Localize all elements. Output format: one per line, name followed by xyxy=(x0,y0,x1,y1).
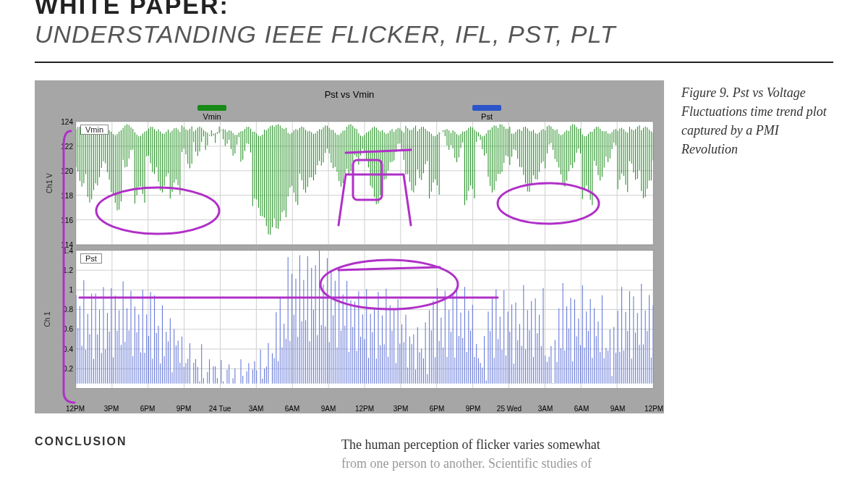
yaxis-ticks-vmin: 114116118120122124 xyxy=(51,122,75,245)
series-label-vmin: Vmin xyxy=(80,125,109,135)
plot-vmin: Ch1 V 114116118120122124 Vmin xyxy=(75,121,654,245)
page-subtitle: UNDERSTANDING IEEE FLICKER, IFL, PST, PL… xyxy=(35,20,833,49)
swatch-vmin-icon xyxy=(197,105,226,111)
body-paragraph: The human perception of flicker varies s… xyxy=(341,435,833,473)
chart-legend: Vmin Pst xyxy=(35,105,664,121)
body-line-1: The human perception of flicker varies s… xyxy=(341,437,600,452)
swatch-pst-icon xyxy=(472,105,501,111)
title-rule xyxy=(35,62,833,63)
series-label-pst: Pst xyxy=(80,253,102,264)
figure-caption: Figure 9. Pst vs Voltage Fluctuations ti… xyxy=(681,80,833,159)
legend-item-pst: Pst xyxy=(472,105,501,121)
conclusion-heading: CONCLUSION xyxy=(35,435,324,473)
body-line-2-cut: from one person to another. Scientific s… xyxy=(341,456,592,471)
legend-label-vmin: Vmin xyxy=(203,112,221,121)
plot-vmin-svg xyxy=(76,122,653,245)
legend-item-vmin: Vmin xyxy=(197,105,226,121)
chart-title: Pst vs Vmin xyxy=(35,89,664,100)
legend-label-pst: Pst xyxy=(481,112,493,121)
figure-chart-panel: Pst vs Vmin Vmin Pst Ch1 V 1141161181201… xyxy=(35,80,664,413)
yaxis-title-pst: Ch 1 xyxy=(43,311,51,327)
page-pretitle: WHITE PAPER: xyxy=(35,0,833,17)
yaxis-ticks-pst: 0.20.40.60.811.21.4 xyxy=(51,251,75,388)
plot-pst: Ch 1 0.20.40.60.811.21.4 Pst xyxy=(75,250,654,389)
plot-pst-svg xyxy=(76,251,653,388)
